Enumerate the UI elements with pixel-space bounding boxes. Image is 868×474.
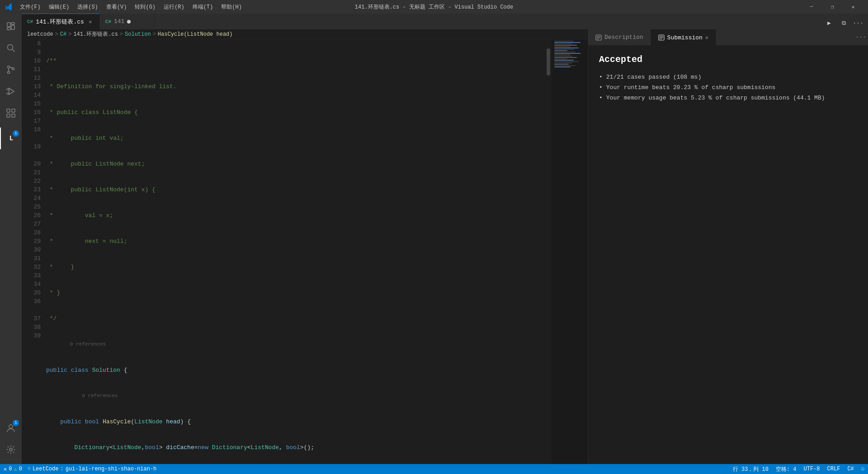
sidebar-item-explorer[interactable] (0, 15, 22, 37)
statusbar-encoding[interactable]: UTF-8 (804, 466, 820, 472)
code-line-12: * public ListNode next; (46, 160, 545, 168)
line-ending-label: CRLF (827, 466, 840, 472)
svg-rect-13 (12, 109, 15, 112)
code-line-15: * next = null; (46, 237, 545, 246)
more-actions-button[interactable]: ··· (852, 17, 864, 29)
error-count: 0 (9, 466, 12, 472)
language-label: C# (847, 466, 854, 472)
menu-edit[interactable]: 编辑(E) (45, 2, 73, 12)
code-line-9: * Definition for singly-linked list. (46, 82, 545, 91)
split-editor-button[interactable]: ⧉ (837, 17, 850, 29)
menu-terminal[interactable]: 终端(T) (189, 2, 217, 12)
tab-submission-label: Submission (667, 34, 703, 41)
result-item-1: 21/21 cases passed (108 ms) (599, 72, 857, 82)
tab-submission[interactable]: Submission ✕ (651, 29, 716, 45)
right-panel-content: Accepted 21/21 cases passed (108 ms) You… (588, 45, 868, 464)
statusbar-language[interactable]: C# (847, 466, 854, 472)
breadcrumb-part-5[interactable]: HasCycle(ListNode head) (158, 31, 233, 38)
statusbar-branch[interactable]: ⑂ LeetCode: gui-lai-reng-shi-shao-nian-h (28, 466, 156, 472)
statusbar-feedback[interactable]: ☺ (861, 466, 864, 472)
spaces-label: 空格: 4 (776, 465, 797, 473)
svg-marker-9 (9, 88, 14, 95)
tab-label-1: 141.环形链表.cs (36, 18, 84, 26)
tab-cs-icon-1: C# (27, 19, 33, 24)
code-line-16: * } (46, 263, 545, 271)
titlebar-left: 文件(F) 编辑(E) 选择(S) 查看(V) 转到(G) 运行(R) 终端(T… (5, 2, 245, 12)
tab-run-controls: ▶ ⧉ ··· (823, 17, 868, 29)
sidebar-item-run-debug[interactable] (0, 81, 22, 102)
editor-area: C# 141.环形链表.cs ✕ C# 141 ▶ ⧉ ··· leetcode (22, 14, 868, 464)
statusbar-spaces[interactable]: 空格: 4 (776, 465, 797, 473)
breadcrumb: leetcode > C# > 141.环形链表.cs > Solution >… (22, 29, 588, 39)
breadcrumb-part-3[interactable]: 141.环形链表.cs (73, 30, 118, 38)
feedback-icon: ☺ (861, 466, 864, 472)
statusbar: ✕ 0 ⚠ 0 ⑂ LeetCode: gui-lai-reng-shi-sha… (0, 464, 868, 474)
tab-cs-icon-2: C# (105, 19, 111, 24)
statusbar-errors[interactable]: ✕ 0 ⚠ 0 (4, 466, 22, 473)
result-list: 21/21 cases passed (108 ms) Your runtime… (599, 72, 857, 103)
branch-name: LeetCode (33, 466, 59, 472)
breadcrumb-part-2[interactable]: C# (60, 31, 66, 38)
close-button[interactable]: ✕ (843, 0, 863, 14)
run-button[interactable]: ▶ (823, 17, 835, 29)
menu-run[interactable]: 运行(R) (160, 2, 188, 12)
code-ref-hint-2: 0 references (46, 392, 545, 400)
svg-point-16 (9, 425, 13, 428)
accepted-title: Accepted (599, 54, 857, 65)
menu-select[interactable]: 选择(S) (74, 2, 102, 12)
menu-view[interactable]: 查看(V) (103, 2, 131, 12)
svg-point-7 (8, 71, 10, 74)
code-line-21: Dictionary<ListNode,bool> dicCache=new D… (46, 443, 545, 452)
settings-icon[interactable] (0, 439, 22, 460)
editor-scrollbar[interactable] (545, 39, 552, 464)
account-icon[interactable]: 1 (0, 417, 22, 439)
titlebar-menu[interactable]: 文件(F) 编辑(E) 选择(S) 查看(V) 转到(G) 运行(R) 终端(T… (16, 2, 245, 12)
svg-rect-15 (12, 114, 15, 117)
tab-close-1[interactable]: ✕ (87, 18, 94, 25)
code-line-8: /** (46, 57, 545, 65)
breadcrumb-sep-1: > (55, 31, 58, 38)
code-line-17: * } (46, 289, 545, 297)
sidebar-item-leetcode[interactable]: L 1 (0, 128, 22, 149)
statusbar-position[interactable]: 行 33，列 10 (733, 465, 769, 473)
leetcode-badge: 1 (13, 130, 19, 137)
activity-bar: L 1 1 (0, 14, 22, 464)
menu-file[interactable]: 文件(F) (16, 2, 44, 12)
right-panel-more-button[interactable]: ··· (854, 29, 868, 45)
code-line-14: * val = x; (46, 211, 545, 220)
breadcrumb-part-4[interactable]: Solution (125, 31, 151, 38)
breadcrumb-sep-2: > (68, 31, 71, 38)
right-panel-tabs: Description Submission ✕ ··· (588, 29, 868, 45)
svg-point-8 (12, 68, 14, 70)
code-line-19: public class Solution { (46, 366, 545, 374)
result-item-3: Your memory usage beats 5.23 % of csharp… (599, 93, 857, 103)
breadcrumb-part-1[interactable]: leetcode (27, 31, 53, 38)
svg-point-6 (8, 66, 10, 68)
tab-submission-close[interactable]: ✕ (705, 34, 708, 41)
scrollbar-thumb[interactable] (547, 48, 550, 76)
minimap[interactable] (552, 39, 588, 464)
minimize-button[interactable]: ─ (801, 0, 822, 14)
code-editor: leetcode > C# > 141.环形链表.cs > Solution >… (22, 29, 588, 464)
sidebar-item-source-control[interactable] (0, 59, 22, 81)
code-ref-hint-1: 0 references (46, 340, 545, 349)
restore-button[interactable]: ❐ (822, 0, 843, 14)
svg-rect-2 (7, 28, 10, 30)
menu-help[interactable]: 帮助(H) (217, 2, 245, 12)
tab-141[interactable]: C# 141 (100, 14, 154, 29)
editor-right: leetcode > C# > 141.环形链表.cs > Solution >… (22, 29, 868, 464)
svg-rect-12 (7, 109, 10, 112)
svg-point-11 (7, 93, 9, 95)
encoding-label: UTF-8 (804, 466, 820, 472)
statusbar-line-ending[interactable]: CRLF (827, 466, 840, 472)
svg-rect-0 (7, 23, 10, 27)
window-controls[interactable]: ─ ❐ ✕ (801, 0, 863, 14)
code-lines[interactable]: /** * Definition for singly-linked list.… (44, 39, 545, 464)
menu-goto[interactable]: 转到(G) (131, 2, 159, 12)
titlebar: 文件(F) 编辑(E) 选择(S) 查看(V) 转到(G) 运行(R) 终端(T… (0, 0, 868, 14)
main-layout: L 1 1 C# 141.环形链表.cs ✕ C# 141 (0, 14, 868, 464)
tab-141-cs[interactable]: C# 141.环形链表.cs ✕ (22, 14, 100, 29)
sidebar-item-extensions[interactable] (0, 102, 22, 124)
sidebar-item-search[interactable] (0, 37, 22, 59)
tab-description[interactable]: Description (588, 29, 651, 45)
